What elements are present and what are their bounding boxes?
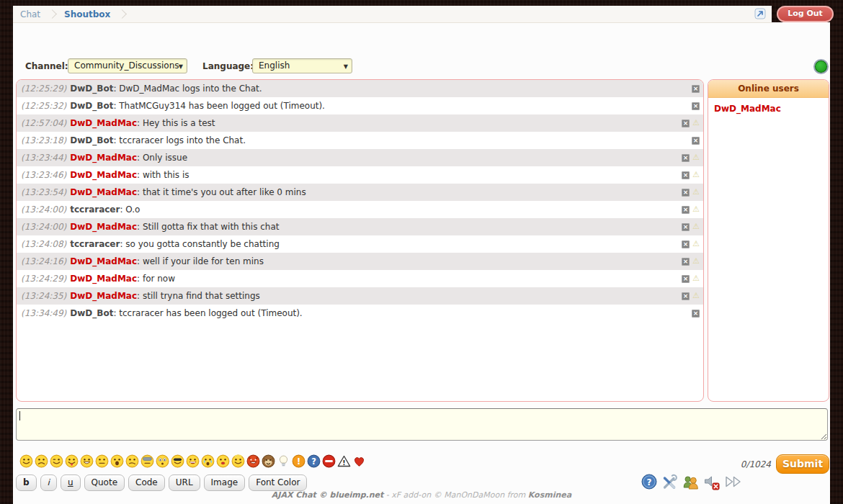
emoticon-smile-icon[interactable] xyxy=(19,454,33,468)
delete-message-icon[interactable]: × xyxy=(692,137,700,145)
message-username[interactable]: DwD_MadMac xyxy=(70,153,137,163)
report-message-icon[interactable]: ⚠ xyxy=(692,205,700,214)
language-select[interactable]: English ▼ xyxy=(252,58,352,73)
delete-message-icon[interactable]: × xyxy=(682,292,690,300)
emoticon-cool-icon[interactable] xyxy=(171,454,184,468)
chat-message: (13:24:00)DwD_MadMac: Still gotta fix th… xyxy=(17,218,703,235)
delete-message-icon[interactable]: × xyxy=(682,120,690,127)
message-text: : ThatMCGuy314 has been logged out (Time… xyxy=(113,101,325,111)
chat-message: (13:24:08)tccraracer: so you gotta const… xyxy=(17,235,703,253)
emoticon-monkey-icon[interactable] xyxy=(262,454,275,468)
delete-message-icon[interactable]: × xyxy=(682,240,690,248)
report-message-icon[interactable]: ⚠ xyxy=(692,171,700,179)
message-username[interactable]: DwD_MadMac xyxy=(70,274,137,284)
delete-message-icon[interactable]: × xyxy=(692,85,700,93)
message-username[interactable]: DwD_Bot xyxy=(70,308,113,318)
language-select-value: English xyxy=(259,60,290,71)
emoticon-cry-icon[interactable] xyxy=(201,454,215,468)
message-actions: ×⚠ xyxy=(682,153,700,162)
bold-button[interactable]: b xyxy=(16,474,37,491)
breadcrumb-shoutbox-link[interactable]: Shoutbox xyxy=(57,9,117,19)
url-button[interactable]: URL xyxy=(169,474,200,491)
message-username[interactable]: DwD_MadMac xyxy=(70,187,137,197)
report-message-icon[interactable]: ⚠ xyxy=(692,119,700,127)
code-button[interactable]: Code xyxy=(128,474,165,491)
delete-message-icon[interactable]: × xyxy=(692,102,700,110)
delete-message-icon[interactable]: × xyxy=(682,206,690,214)
report-message-icon[interactable]: ⚠ xyxy=(692,292,700,300)
message-username[interactable]: tccraracer xyxy=(70,239,120,249)
emoticon-lol-icon[interactable] xyxy=(186,454,200,468)
emoticon-eek-icon[interactable] xyxy=(110,454,124,468)
message-actions: × xyxy=(692,102,700,110)
emoticon-wink-icon[interactable] xyxy=(50,454,63,468)
message-username[interactable]: DwD_MadMac xyxy=(70,256,137,266)
message-username[interactable]: DwD_Bot xyxy=(70,101,113,111)
quote-button[interactable]: Quote xyxy=(84,474,125,491)
message-username[interactable]: DwD_MadMac xyxy=(70,170,137,180)
emoticon-tongue-icon[interactable] xyxy=(65,454,79,468)
emoticon-idea-icon[interactable] xyxy=(277,454,290,468)
emoticon-warning-icon[interactable]: ! xyxy=(337,454,351,468)
autoscroll-icon[interactable] xyxy=(724,474,743,492)
report-message-icon[interactable]: ⚠ xyxy=(692,274,700,283)
footer-addon-credit: xF add-on © ManOnDaMoon from xyxy=(391,490,527,500)
channel-select[interactable]: Community_Discussions ▼ xyxy=(68,58,187,73)
message-timestamp: (12:25:29) xyxy=(21,84,66,94)
emoticon-kiss-icon[interactable] xyxy=(216,454,230,468)
emoticon-neutral-icon[interactable] xyxy=(95,454,109,468)
message-timestamp: (13:24:00) xyxy=(21,204,66,215)
delete-message-icon[interactable]: × xyxy=(682,258,690,266)
message-username[interactable]: DwD_Bot xyxy=(70,84,113,94)
online-users-list: DwD_MadMac xyxy=(708,98,829,114)
font-color-button[interactable]: Font Color xyxy=(249,474,307,491)
emoticon-frown-icon[interactable] xyxy=(35,454,48,468)
report-message-icon[interactable]: ⚠ xyxy=(692,257,700,266)
online-users-title: Online users xyxy=(708,80,829,98)
message-timestamp: (12:57:04) xyxy=(21,118,66,128)
delete-message-icon[interactable]: × xyxy=(682,275,690,283)
message-actions: ×⚠ xyxy=(682,222,700,231)
emoticon-stop-icon[interactable] xyxy=(322,454,336,468)
delete-message-icon[interactable]: × xyxy=(682,189,690,197)
message-username[interactable]: DwD_Bot xyxy=(70,135,113,145)
message-username[interactable]: DwD_MadMac xyxy=(70,118,137,128)
emoticon-surprised-icon[interactable] xyxy=(156,454,169,468)
underline-button[interactable]: u xyxy=(61,474,81,491)
emoticon-rolleyes-icon[interactable] xyxy=(140,454,154,468)
message-text: : well if your ilde for ten mins xyxy=(137,256,264,266)
delete-message-icon[interactable]: × xyxy=(682,171,690,179)
emoticon-question-icon[interactable]: ? xyxy=(307,454,321,468)
logout-button[interactable]: Log Out xyxy=(777,6,834,22)
online-user[interactable]: DwD_MadMac xyxy=(708,98,829,114)
report-message-icon[interactable]: ⚠ xyxy=(692,222,700,231)
breadcrumb-chat-link[interactable]: Chat xyxy=(13,9,48,19)
message-timestamp: (13:23:54) xyxy=(21,187,66,197)
footer-ajax-chat-credit[interactable]: AJAX Chat © blueimp.net xyxy=(272,490,383,500)
emoticon-devil-icon[interactable] xyxy=(246,454,260,468)
message-username[interactable]: DwD_MadMac xyxy=(70,222,137,232)
image-button[interactable]: Image xyxy=(204,474,246,491)
external-link-icon[interactable] xyxy=(754,8,766,19)
footer-kosminea-credit[interactable]: Kosminea xyxy=(528,490,571,500)
emoticon-angel-icon[interactable] xyxy=(231,454,245,468)
submit-button[interactable]: Submit xyxy=(776,454,829,474)
report-message-icon[interactable]: ⚠ xyxy=(692,188,700,197)
delete-message-icon[interactable]: × xyxy=(692,310,700,318)
message-text: : still tryna find that settings xyxy=(137,291,260,301)
report-message-icon[interactable]: ⚠ xyxy=(692,240,700,248)
delete-message-icon[interactable]: × xyxy=(682,154,690,162)
report-message-icon[interactable]: ⚠ xyxy=(692,153,700,162)
chat-message: (13:24:00)tccraracer: O.o×⚠ xyxy=(17,201,703,218)
message-username[interactable]: tccraracer xyxy=(70,204,120,215)
italic-button[interactable]: i xyxy=(40,474,57,491)
message-text: : tccraracer has been logged out (Timeou… xyxy=(113,308,302,318)
message-username[interactable]: DwD_MadMac xyxy=(70,291,137,301)
message-actions: ×⚠ xyxy=(682,205,700,214)
emoticon-exclaim-icon[interactable]: ! xyxy=(292,454,305,468)
emoticon-heart-icon[interactable] xyxy=(352,454,366,468)
message-input[interactable] xyxy=(16,408,828,441)
emoticon-confused-icon[interactable] xyxy=(125,454,139,468)
emoticon-grin-icon[interactable] xyxy=(80,454,94,468)
delete-message-icon[interactable]: × xyxy=(682,223,690,231)
